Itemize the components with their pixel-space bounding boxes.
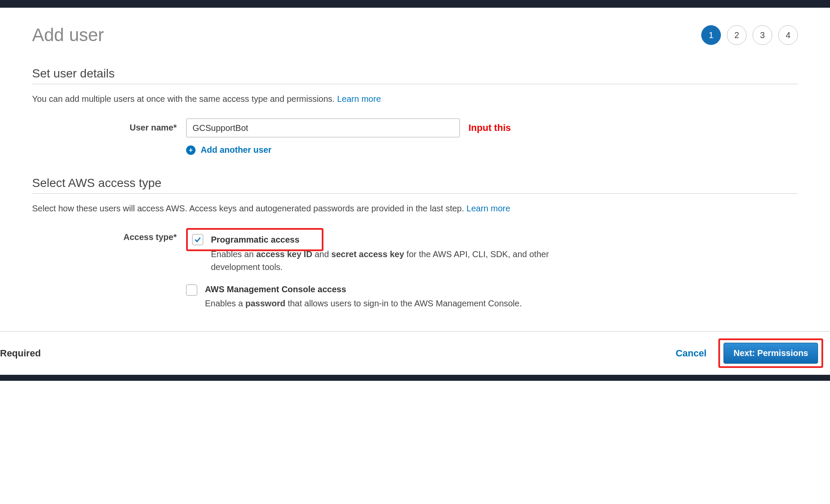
prog-desc-b2: secret access key [331, 249, 404, 259]
step-3[interactable]: 3 [753, 25, 772, 45]
next-button-highlight: Next: Permissions [718, 338, 823, 368]
bottom-bar [0, 375, 830, 381]
wizard-steps: 1 2 3 4 [701, 25, 798, 45]
user-name-row: User name* Input this [32, 119, 798, 137]
required-indicator: Required [0, 348, 41, 359]
programmatic-access-checkbox[interactable] [192, 234, 203, 245]
check-icon [194, 236, 202, 243]
user-name-input[interactable] [186, 119, 460, 137]
section-title-access-type: Select AWS access type [32, 176, 798, 194]
select-access-type-section: Select AWS access type Select how these … [32, 176, 798, 310]
cons-desc-b1: password [246, 299, 285, 308]
learn-more-link-access[interactable]: Learn more [466, 204, 510, 213]
add-another-user-label: Add another user [201, 145, 272, 155]
input-hint-annotation: Input this [468, 122, 511, 133]
console-access-title: AWS Management Console access [205, 285, 798, 294]
learn-more-link[interactable]: Learn more [337, 94, 381, 104]
section-title-user-details: Set user details [32, 67, 798, 84]
next-permissions-button[interactable]: Next: Permissions [723, 343, 818, 364]
top-nav-bar [0, 0, 830, 8]
console-access-checkbox[interactable] [186, 285, 197, 296]
page-header: Add user 1 2 3 4 [32, 25, 798, 45]
main-content: Add user 1 2 3 4 Set user details You ca… [0, 8, 830, 310]
user-details-description: You can add multiple users at once with … [32, 92, 798, 106]
cons-desc-post: that allows users to sign-in to the AWS … [285, 299, 522, 308]
programmatic-access-desc: Enables an access key ID and secret acce… [211, 248, 562, 273]
footer: Required Cancel Next: Permissions [0, 331, 830, 375]
prog-desc-mid: and [312, 249, 331, 259]
access-type-description: Select how these users will access AWS. … [32, 202, 798, 215]
user-details-desc-text: You can add multiple users at once with … [32, 94, 337, 104]
set-user-details-section: Set user details You can add multiple us… [32, 67, 798, 155]
cons-desc-pre: Enables a [205, 299, 246, 308]
access-type-label: Access type* [32, 228, 186, 242]
user-name-label: User name* [32, 119, 186, 133]
plus-circle-icon: + [186, 145, 196, 155]
add-another-user-button[interactable]: + Add another user [186, 145, 798, 155]
prog-desc-pre: Enables an [211, 249, 256, 259]
step-2[interactable]: 2 [727, 25, 747, 45]
programmatic-access-title: Programmatic access [211, 235, 299, 245]
cancel-button[interactable]: Cancel [676, 348, 706, 359]
console-access-option: AWS Management Console access Enables a … [186, 285, 798, 310]
access-type-desc-text: Select how these users will access AWS. … [32, 204, 466, 213]
page-title: Add user [32, 25, 104, 45]
step-1[interactable]: 1 [701, 25, 721, 45]
console-access-desc: Enables a password that allows users to … [205, 297, 556, 310]
step-4[interactable]: 4 [778, 25, 798, 45]
prog-desc-b1: access key ID [256, 249, 312, 259]
